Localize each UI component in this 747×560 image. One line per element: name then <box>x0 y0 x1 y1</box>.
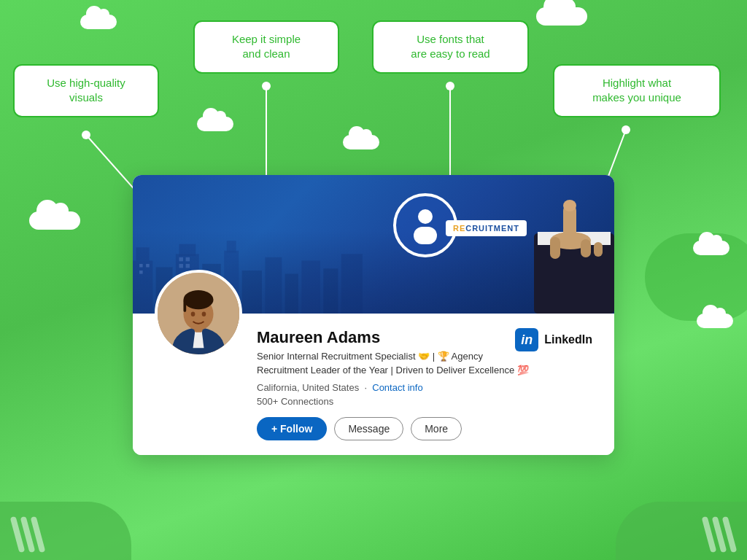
svg-rect-12 <box>133 260 152 314</box>
svg-rect-23 <box>301 260 320 314</box>
linkedin-badge: in LinkedIn <box>515 328 592 351</box>
svg-point-33 <box>418 209 433 224</box>
svg-point-50 <box>191 311 196 316</box>
cloud-1 <box>80 15 117 29</box>
svg-rect-31 <box>179 264 183 268</box>
svg-rect-28 <box>146 264 150 268</box>
svg-point-39 <box>563 200 576 211</box>
svg-rect-26 <box>139 264 143 268</box>
cloud-5 <box>29 211 80 230</box>
tip-simple: Keep it simpleand clean <box>193 20 339 74</box>
contact-info-link[interactable]: Contact info <box>372 382 422 393</box>
svg-rect-49 <box>183 300 186 312</box>
profile-location: California, United States · Contact info <box>257 382 592 393</box>
profile-card: RECRUITMENT <box>133 175 614 455</box>
decorative-stripes-left <box>15 516 41 553</box>
svg-rect-24 <box>323 268 338 314</box>
svg-rect-30 <box>186 257 190 261</box>
recruitment-badge: RECRUITMENT <box>446 220 527 236</box>
person-icon <box>409 206 442 244</box>
svg-rect-41 <box>581 239 591 257</box>
tip-unique: Highlight whatmakes you unique <box>553 64 721 117</box>
svg-rect-20 <box>242 271 262 314</box>
svg-point-48 <box>183 290 213 309</box>
profile-title: Senior Internal Recruitment Specialist 🤝… <box>257 350 592 378</box>
cloud-3 <box>197 117 233 131</box>
svg-rect-32 <box>186 264 190 268</box>
follow-button[interactable]: + Follow <box>257 417 327 440</box>
profile-actions: + Follow Message More <box>257 417 592 440</box>
cloud-4 <box>343 135 379 149</box>
svg-rect-22 <box>285 274 298 314</box>
svg-rect-42 <box>594 242 603 257</box>
svg-rect-19 <box>227 241 236 252</box>
profile-connections: 500+ Connections <box>257 396 592 407</box>
tip-visuals: Use high-qualityvisuals <box>13 64 159 117</box>
profile-avatar-svg <box>158 273 239 354</box>
svg-rect-27 <box>139 271 143 274</box>
tip-fonts: Use fonts thatare easy to read <box>372 20 529 74</box>
message-button[interactable]: Message <box>334 417 403 440</box>
linkedin-label: LinkedIn <box>544 333 592 346</box>
cloud-6 <box>693 241 729 255</box>
svg-rect-13 <box>136 247 150 260</box>
svg-rect-16 <box>179 244 196 256</box>
linkedin-icon: in <box>515 328 538 351</box>
more-button[interactable]: More <box>411 417 462 440</box>
svg-rect-34 <box>414 227 437 244</box>
svg-rect-29 <box>179 257 183 261</box>
svg-rect-21 <box>266 257 282 314</box>
svg-point-51 <box>202 311 206 316</box>
profile-photo <box>155 270 242 357</box>
svg-rect-40 <box>550 237 560 259</box>
decorative-stripes-right <box>706 516 732 553</box>
cloud-7 <box>697 314 733 328</box>
svg-rect-25 <box>341 254 363 314</box>
cloud-2 <box>536 7 587 26</box>
